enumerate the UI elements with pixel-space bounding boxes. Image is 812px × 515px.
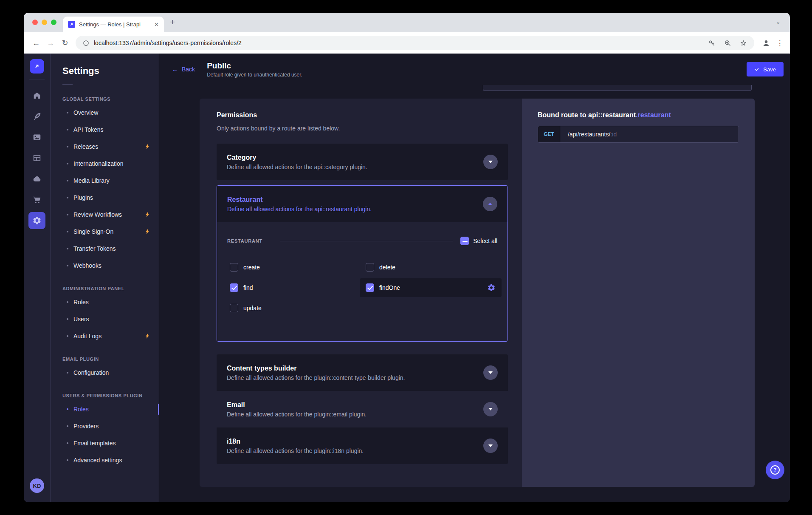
route-input[interactable]: GET /api/restaurants/:id xyxy=(538,126,739,143)
permission-create[interactable]: create xyxy=(230,257,366,277)
bullet-icon xyxy=(67,442,68,444)
nav-deploy-cloud-icon[interactable] xyxy=(24,168,50,189)
lightning-icon xyxy=(144,212,150,218)
maximize-window-button[interactable] xyxy=(51,20,56,25)
http-method-badge: GET xyxy=(538,126,560,142)
bookmark-star-icon[interactable] xyxy=(739,39,747,47)
sidebar-item-single-sign-on[interactable]: Single Sign-On xyxy=(51,223,159,240)
browser-reload-button[interactable]: ↻ xyxy=(58,38,72,48)
browser-tab[interactable]: Settings — Roles | Strapi ✕ xyxy=(63,17,164,32)
user-avatar[interactable]: KD xyxy=(30,478,44,493)
accordion-email[interactable]: Email Define all allowed actions for the… xyxy=(217,391,508,427)
page-title: Public xyxy=(207,61,302,71)
sidebar-item-review-workflows[interactable]: Review Workflows xyxy=(51,206,159,223)
browser-menu-icon[interactable]: ⋮ xyxy=(775,39,785,48)
sidebar-item-email-configuration[interactable]: Configuration xyxy=(51,364,159,381)
section-label: RESTAURANT xyxy=(227,238,262,243)
accordion-description: Define all allowed actions for the api::… xyxy=(227,164,367,170)
permission-delete[interactable]: delete xyxy=(366,257,502,277)
sidebar-item-media-library[interactable]: Media Library xyxy=(51,172,159,189)
permission-settings-gear-icon[interactable] xyxy=(487,283,496,292)
checkbox-delete[interactable] xyxy=(366,263,374,272)
sidebar-item-admin-roles[interactable]: Roles xyxy=(51,294,159,311)
nav-settings-gear-icon[interactable] xyxy=(24,210,50,231)
accordion-restaurant-header[interactable]: Restaurant Define all allowed actions fo… xyxy=(217,186,508,222)
sidebar-item-releases[interactable]: Releases xyxy=(51,138,159,155)
sidebar-item-overview[interactable]: Overview xyxy=(51,104,159,121)
address-bar[interactable]: localhost:1337/admin/settings/users-perm… xyxy=(76,36,754,50)
accordion-title: i18n xyxy=(227,438,364,445)
expand-button[interactable] xyxy=(483,439,498,453)
strapi-logo-icon[interactable] xyxy=(30,59,44,74)
permission-find[interactable]: find xyxy=(230,277,366,298)
select-all-control[interactable]: Select all xyxy=(460,237,497,245)
minimize-window-button[interactable] xyxy=(42,20,47,25)
accordion-content-types-builder[interactable]: Content types builder Define all allowed… xyxy=(217,354,508,391)
checkbox-find[interactable] xyxy=(230,283,238,292)
accordion-i18n[interactable]: i18n Define all allowed actions for the … xyxy=(217,427,508,464)
expand-button[interactable] xyxy=(483,155,498,169)
accordion-title: Content types builder xyxy=(227,365,405,372)
expand-button[interactable] xyxy=(483,365,498,380)
accordion-category[interactable]: Category Define all allowed actions for … xyxy=(217,144,508,180)
close-tab-icon[interactable]: ✕ xyxy=(154,21,159,28)
chevron-down-icon xyxy=(488,408,493,410)
checkbox-create[interactable] xyxy=(230,263,238,272)
browser-profile-icon[interactable] xyxy=(760,37,772,49)
sidebar-item-webhooks[interactable]: Webhooks xyxy=(51,257,159,274)
nav-media-library-icon[interactable] xyxy=(24,127,50,147)
site-info-icon[interactable] xyxy=(82,40,90,47)
sidebar-item-email-templates[interactable]: Email templates xyxy=(51,435,159,452)
window-controls xyxy=(32,20,56,25)
permission-findone-selected-row[interactable]: findOne xyxy=(360,278,502,297)
accordion-description: Define all allowed actions for the plugi… xyxy=(227,374,405,381)
expand-button[interactable] xyxy=(483,402,498,416)
question-mark-icon: ? xyxy=(770,465,780,475)
collapse-button[interactable] xyxy=(483,197,497,211)
checkbox-update[interactable] xyxy=(230,304,238,312)
nav-content-type-builder-icon[interactable] xyxy=(24,147,50,168)
help-button[interactable]: ? xyxy=(766,461,784,479)
settings-subnav: Settings GLOBAL SETTINGS Overview API To… xyxy=(51,54,159,502)
bullet-icon xyxy=(67,214,68,215)
role-description-input[interactable] xyxy=(483,85,752,91)
sidebar-item-api-tokens[interactable]: API Tokens xyxy=(51,121,159,138)
checkbox-findone[interactable] xyxy=(366,283,374,292)
sidebar-item-plugins[interactable]: Plugins xyxy=(51,189,159,206)
bullet-icon xyxy=(67,231,68,232)
sidebar-item-audit-logs[interactable]: Audit Logs xyxy=(51,328,159,345)
accordion-list: Category Define all allowed actions for … xyxy=(217,144,508,464)
select-all-checkbox[interactable] xyxy=(460,237,469,245)
sidebar-item-up-roles[interactable]: Roles xyxy=(51,401,159,418)
lightning-icon xyxy=(144,144,150,150)
close-window-button[interactable] xyxy=(32,20,38,25)
sidebar-item-advanced-settings[interactable]: Advanced settings xyxy=(51,452,159,469)
bullet-icon xyxy=(67,112,68,113)
bullet-icon xyxy=(67,318,68,320)
sidebar-item-providers[interactable]: Providers xyxy=(51,418,159,435)
section-label: USERS & PERMISSIONS PLUGIN xyxy=(51,393,159,398)
browser-back-button[interactable]: ← xyxy=(29,39,43,48)
bullet-icon xyxy=(67,335,68,337)
bullet-icon xyxy=(67,372,68,374)
rail-divider xyxy=(29,79,45,79)
back-link[interactable]: ← Back xyxy=(172,66,195,73)
tab-title: Settings — Roles | Strapi xyxy=(79,21,151,28)
browser-forward-button[interactable]: → xyxy=(43,39,58,48)
permission-update[interactable]: update xyxy=(230,298,366,318)
new-tab-button[interactable]: + xyxy=(170,17,175,27)
password-key-icon[interactable] xyxy=(708,39,716,47)
main-nav-rail: KD xyxy=(24,54,51,502)
nav-home-icon[interactable] xyxy=(24,85,50,106)
zoom-page-icon[interactable] xyxy=(724,39,732,47)
subnav-title: Settings xyxy=(51,54,159,76)
sidebar-item-transfer-tokens[interactable]: Transfer Tokens xyxy=(51,240,159,257)
nav-marketplace-cart-icon[interactable] xyxy=(24,189,50,210)
save-button[interactable]: Save xyxy=(747,62,784,76)
tab-search-chevron-icon[interactable]: ⌄ xyxy=(775,18,781,25)
bullet-icon xyxy=(67,180,68,181)
sidebar-item-admin-users[interactable]: Users xyxy=(51,311,159,328)
nav-content-manager-icon[interactable] xyxy=(24,106,50,127)
accordion-description: Define all allowed actions for the api::… xyxy=(227,206,372,212)
sidebar-item-internationalization[interactable]: Internationalization xyxy=(51,155,159,172)
